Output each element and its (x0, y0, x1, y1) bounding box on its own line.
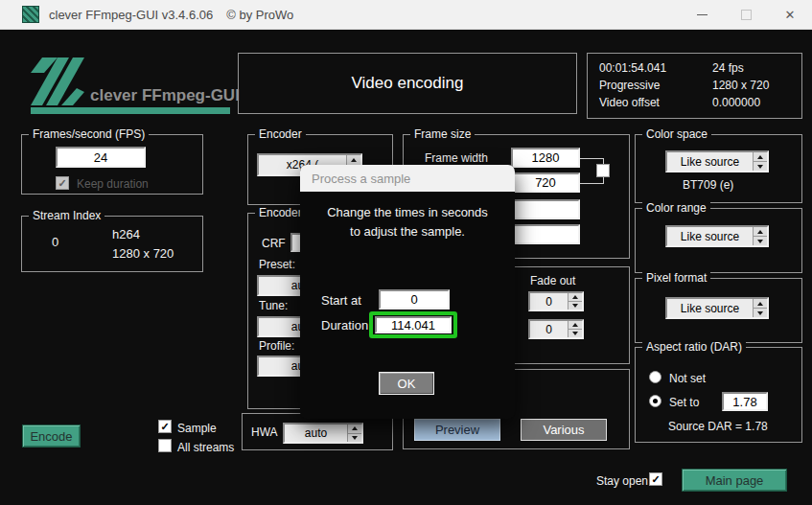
window-copyright: © by ProWo (226, 8, 293, 22)
pixel-format-select[interactable]: Like source (665, 297, 769, 319)
hwa-label: HWA (251, 425, 278, 439)
info-resolution: 1280 x 720 (712, 79, 769, 92)
logo-text: clever FFmpeg-GUI (90, 86, 240, 105)
ok-button[interactable]: OK (379, 372, 434, 395)
logo-underline (31, 107, 230, 114)
link-bracket-top (580, 158, 604, 159)
aspect-ratio-title: Aspect ratio (DAR) (642, 340, 746, 354)
page-title: Video encoding (352, 74, 464, 93)
maximize-button[interactable] (724, 0, 768, 29)
profile-label: Profile: (259, 339, 294, 353)
dialog-title: Process a sample (312, 172, 410, 186)
color-space-detail: BT709 (e) (683, 178, 733, 192)
page-title-box: Video encoding (238, 53, 577, 114)
fade-out-bottom-spinner[interactable]: 0 (528, 319, 584, 339)
tune-label: Tune: (259, 299, 288, 312)
aspect-ratio-input[interactable]: 1.78 (722, 392, 768, 411)
color-range-value: Like source (667, 227, 753, 245)
fps-group-title: Frames/second (FPS) (29, 127, 149, 141)
pixel-format-title: Pixel format (642, 271, 710, 285)
close-button[interactable]: ✕ (768, 0, 812, 29)
fade-out-bottom-value: 0 (530, 321, 568, 337)
aspect-source-dar: Source DAR = 1.78 (668, 420, 768, 433)
aspect-set-to-radio[interactable] (649, 395, 661, 407)
spinner-arrows-icon[interactable] (347, 425, 361, 442)
start-at-input[interactable]: 0 (379, 289, 450, 310)
window-title: clever FFmpeg-GUI v3.4.6.06 (49, 8, 213, 22)
color-space-select[interactable]: Like source (665, 150, 769, 172)
titlebar: clever FFmpeg-GUI v3.4.6.06 © by ProWo ✕ (0, 0, 812, 30)
stream-resolution: 1280 x 720 (112, 246, 174, 261)
video-info-box: 00:01:54.041 24 fps Progressive 1280 x 7… (587, 53, 802, 119)
preset-label: Preset: (259, 258, 295, 271)
minimize-button[interactable] (680, 0, 724, 29)
various-button[interactable]: Various (521, 419, 607, 441)
dialog-titlebar[interactable]: Process a sample (300, 165, 515, 192)
process-sample-dialog: Process a sample Change the times in sec… (300, 165, 515, 419)
stream-index-group: Stream Index (21, 216, 203, 272)
info-scan: Progressive (599, 79, 660, 92)
stream-codec: h264 (112, 227, 140, 241)
color-range-title: Color range (642, 201, 710, 215)
duration-input[interactable]: 114.041 (375, 316, 452, 333)
spinner-arrows-icon[interactable] (753, 227, 767, 245)
all-streams-label: All streams (177, 441, 234, 454)
duration-highlight: 114.041 (369, 311, 457, 338)
link-dimensions-checkbox[interactable] (596, 164, 610, 177)
info-fps: 24 fps (712, 61, 744, 75)
frame-height-input[interactable]: 720 (511, 172, 580, 193)
spinner-arrows-icon[interactable] (568, 293, 582, 310)
spinner-arrows-icon[interactable] (568, 321, 582, 337)
spinner-arrows-icon[interactable] (753, 152, 767, 171)
sample-label: Sample (177, 422, 217, 435)
aspect-set-to-label: Set to (669, 396, 699, 409)
color-range-select[interactable]: Like source (665, 225, 769, 247)
color-space-value: Like source (667, 152, 753, 171)
encode-button[interactable]: Encode (22, 425, 81, 448)
aspect-not-set-radio[interactable] (649, 371, 661, 383)
pixel-format-value: Like source (667, 299, 753, 317)
color-space-title: Color space (642, 127, 711, 141)
all-streams-checkbox[interactable] (158, 439, 172, 452)
encoder-group-title: Encoder (255, 127, 306, 141)
fade-out-top-value: 0 (530, 293, 568, 310)
preview-button[interactable]: Preview (414, 419, 500, 441)
stream-index-value: 0 (52, 235, 58, 249)
frame-width-input[interactable]: 1280 (511, 148, 580, 168)
stay-open-label: Stay open (596, 474, 648, 488)
maximize-icon (741, 10, 752, 20)
app-window: clever FFmpeg-GUI v3.4.6.06 © by ProWo ✕… (0, 0, 812, 505)
frame-extra-input-1[interactable] (511, 199, 580, 219)
spinner-arrows-icon[interactable] (753, 299, 767, 317)
duration-label: Duration (321, 318, 368, 333)
start-at-label: Start at (321, 293, 361, 308)
app-logo-icon (27, 50, 88, 111)
aspect-not-set-label: Not set (669, 372, 706, 385)
link-bracket-bottom (580, 183, 604, 184)
frame-width-label: Frame width (425, 151, 488, 165)
fade-out-top-spinner[interactable]: 0 (528, 291, 584, 311)
info-duration: 00:01:54.041 (599, 61, 666, 75)
stay-open-checkbox[interactable]: ✓ (649, 472, 662, 486)
info-offset-label: Video offset (599, 96, 660, 109)
sample-checkbox[interactable]: ✓ (158, 420, 172, 433)
keep-duration-label: Keep duration (77, 177, 149, 191)
app-icon (22, 6, 39, 23)
fade-out-label: Fade out (530, 274, 575, 287)
dialog-message-line-2: to adjust the sample. (300, 222, 515, 241)
dialog-message-line-1: Change the times in seconds (300, 203, 515, 222)
info-offset-value: 0.000000 (712, 96, 760, 109)
hwa-select[interactable]: auto (283, 423, 363, 444)
window-controls: ✕ (680, 0, 812, 29)
stream-index-title: Stream Index (29, 209, 104, 222)
frame-extra-input-2[interactable] (511, 224, 580, 244)
hwa-value: auto (285, 425, 347, 442)
crf-label: CRF (262, 237, 286, 250)
minimize-icon (697, 14, 708, 15)
keep-duration-checkbox[interactable]: ✓ (56, 176, 69, 190)
frame-size-title: Frame size (410, 127, 475, 141)
fps-input[interactable]: 24 (56, 147, 146, 168)
main-page-button[interactable]: Main page (682, 469, 787, 492)
dialog-message: Change the times in seconds to adjust th… (300, 203, 515, 241)
